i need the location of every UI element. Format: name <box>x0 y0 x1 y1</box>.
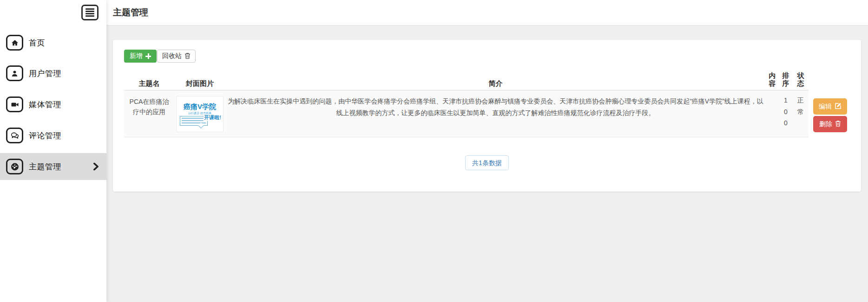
cover-image-cell: 癌痛V学院 以行践言 抗击癌痛 开课啦! <box>174 91 225 132</box>
sort-cell: 100 <box>779 91 793 129</box>
sidebar-item-media[interactable]: 媒体管理 <box>0 91 106 118</box>
sidebar-item-label: 首页 <box>29 38 45 48</box>
sidebar-item-label: 媒体管理 <box>29 99 61 110</box>
sidebar-item-comments[interactable]: 评论管理 <box>0 122 106 149</box>
sidebar-item-label: 用户管理 <box>29 68 61 79</box>
trash-icon <box>835 120 841 128</box>
hamburger-icon <box>85 8 94 10</box>
table-header-row: 主题名 封面图片 简介 内容 排序 状态 <box>124 67 809 90</box>
sidebar-item-home[interactable]: 首页 <box>0 29 106 56</box>
cover-title-text: 癌痛V学院 <box>177 103 223 111</box>
hamburger-menu-button[interactable] <box>81 5 99 20</box>
column-header-summary: 简介 <box>225 79 766 87</box>
status-cell: 正常 <box>793 91 809 117</box>
recycle-bin-button[interactable]: 回收站 <box>157 50 196 63</box>
column-header-cover: 封面图片 <box>174 79 225 87</box>
topbar: 主题管理 <box>106 0 868 26</box>
sidebar-item-users[interactable]: 用户管理 <box>0 60 106 87</box>
edit-button[interactable]: 编辑 <box>813 98 847 115</box>
sidebar-item-topics[interactable]: 主题管理 <box>0 153 106 180</box>
sidebar-item-label: 评论管理 <box>29 130 61 141</box>
topic-name-cell: PCA在癌痛治疗中的应用 <box>124 91 174 117</box>
delete-button[interactable]: 删除 <box>813 116 847 132</box>
total-count-chip: 共1条数据 <box>465 155 509 170</box>
column-header-status: 状态 <box>793 71 809 88</box>
comments-icon <box>6 128 23 143</box>
add-button-label: 新增 <box>130 52 143 60</box>
chevron-right-icon <box>93 163 99 171</box>
cover-thumbnail: 癌痛V学院 以行践言 抗击癌痛 开课啦! <box>176 96 224 132</box>
trash-icon <box>184 52 191 60</box>
column-header-sort: 排序 <box>779 71 793 88</box>
status-badge: 正常 <box>797 95 804 117</box>
video-camera-icon <box>6 96 23 112</box>
edit-button-label: 编辑 <box>819 103 832 111</box>
plus-icon <box>145 53 151 59</box>
recycle-button-label: 回收站 <box>162 52 182 60</box>
cover-badge-text: 开课啦! <box>204 114 222 121</box>
summary-cell: 为解决临床医生在实操中遇到的问题，由中华医学会疼痛学分会癌痛学组、天津市抗癌协会… <box>225 91 766 119</box>
sidebar: 首页 用户管理 媒体管理 评论管理 <box>0 0 106 302</box>
column-header-content: 内容 <box>766 71 779 88</box>
app-screen: 主题管理 首页 用户管理 媒体管理 <box>0 0 868 302</box>
delete-button-label: 删除 <box>819 120 832 129</box>
column-header-topic: 主题名 <box>124 79 174 87</box>
home-icon <box>6 35 23 51</box>
edit-icon <box>835 103 842 111</box>
add-button[interactable]: 新增 <box>124 50 157 63</box>
table-row: PCA在癌痛治疗中的应用 癌痛V学院 以行践言 抗击癌痛 开课啦! 为解决临床医… <box>124 91 809 137</box>
topics-card: 新增 回收站 主题名 封面图片 简介 内容 排序 状态 PCA在癌痛治疗中的应用 <box>113 40 861 192</box>
user-icon <box>6 65 23 81</box>
sidebar-item-label: 主题管理 <box>29 161 61 172</box>
dashboard-icon <box>6 159 23 174</box>
page-title: 主题管理 <box>113 6 148 19</box>
